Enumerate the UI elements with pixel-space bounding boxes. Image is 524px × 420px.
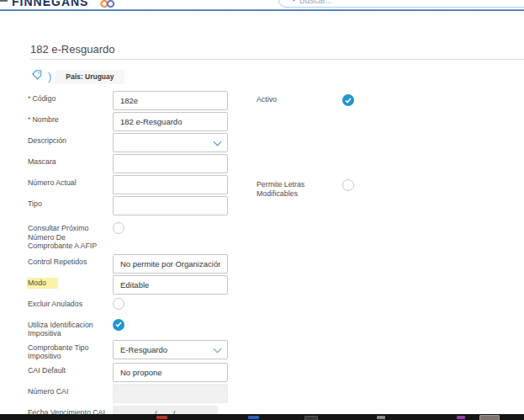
required-marker: * xyxy=(28,94,30,103)
check-icon xyxy=(345,98,352,104)
field-label: Tipo xyxy=(28,196,113,209)
required-marker: * xyxy=(28,115,30,124)
title-divider xyxy=(30,59,524,60)
descripcion-select[interactable] xyxy=(113,133,228,152)
field-label: Utiliza Identificacion Impositiva xyxy=(28,317,113,338)
field-label: *Nombre xyxy=(28,112,113,125)
highlighted-label: Modo xyxy=(27,278,58,290)
check-icon xyxy=(115,322,122,327)
form-row: Control Repetidos xyxy=(28,254,423,274)
taskbar-icon[interactable] xyxy=(377,416,385,419)
taskbar-icon[interactable] xyxy=(156,416,167,419)
field-label: CAI Default xyxy=(28,363,113,375)
global-search[interactable] xyxy=(278,0,524,8)
form-row: *Código xyxy=(28,91,423,110)
form-row: Consultar Próximo Número De Comprobante … xyxy=(28,221,423,251)
form-row: Número Actual xyxy=(28,175,423,194)
nombre-input[interactable] xyxy=(113,112,228,131)
taskbar xyxy=(0,414,524,420)
form-row: Tipo xyxy=(28,196,423,215)
field-label: Excluir Anulados xyxy=(28,296,113,309)
modo-input[interactable] xyxy=(113,275,228,295)
search-icon xyxy=(287,0,295,5)
numero-cai-input xyxy=(113,384,228,403)
form-row: Excluir Anulados xyxy=(28,296,423,316)
consultar-afip-toggle[interactable] xyxy=(113,222,124,234)
permite-letras-toggle[interactable] xyxy=(342,179,354,191)
mascara-input[interactable] xyxy=(113,154,228,173)
app-window: FINNEGANS 182 e-Resguardo xyxy=(0,0,524,420)
numero-actual-input[interactable] xyxy=(113,175,228,194)
taskbar-icon[interactable] xyxy=(248,416,259,419)
page-title: 182 e-Resguardo xyxy=(30,43,114,56)
brand-logo[interactable]: FINNEGANS xyxy=(12,0,88,8)
field-label: Consultar Próximo Número De Comprobante … xyxy=(28,221,113,251)
codigo-input[interactable] xyxy=(113,91,228,110)
cai-default-input[interactable] xyxy=(113,363,228,382)
field-label: Número CAI xyxy=(28,384,113,396)
menu-icon[interactable] xyxy=(0,0,8,2)
form-row: Número CAI xyxy=(28,384,423,403)
field-label: *Código xyxy=(28,91,113,104)
activo-checkbox[interactable] xyxy=(342,94,354,106)
taskbar-icon[interactable] xyxy=(304,416,318,420)
brand-logo-icon xyxy=(99,0,116,9)
header-accent-line xyxy=(0,9,524,11)
excluir-anulados-toggle[interactable] xyxy=(113,298,124,310)
field-label: Modo xyxy=(28,275,113,290)
top-navigation-bar: FINNEGANS xyxy=(0,0,524,9)
form-row: Descripción xyxy=(28,133,423,152)
form-row: Mascara xyxy=(28,154,423,173)
form-row: CAI Default xyxy=(28,363,423,382)
field-label: Número Actual xyxy=(28,175,113,188)
field-label: Permite Letras Modificables xyxy=(257,178,342,198)
field-label: Activo xyxy=(257,93,342,104)
tag-icon[interactable] xyxy=(31,69,43,84)
form-row: *Nombre xyxy=(28,112,423,131)
search-input[interactable] xyxy=(299,0,468,5)
comprobante-tipo-select[interactable]: E-Resguardo xyxy=(113,340,228,359)
tipo-input[interactable] xyxy=(113,196,228,215)
filter-chip-row: ) País: Uruguay xyxy=(31,69,124,84)
control-repetidos-input[interactable] xyxy=(113,254,228,274)
taskbar-icon[interactable] xyxy=(457,416,465,419)
chevron-separator-icon: ) xyxy=(48,70,51,82)
field-label: Descripción xyxy=(28,133,113,146)
form-row: Comprobante Tipo Impositivo E-Resguardo xyxy=(28,340,423,361)
form-row: Utiliza Identificacion Impositiva xyxy=(28,317,423,338)
taskbar-icon[interactable] xyxy=(479,415,500,420)
field-label: Mascara xyxy=(28,154,113,167)
field-label: Control Repetidos xyxy=(28,254,113,267)
country-filter-chip[interactable]: País: Uruguay xyxy=(56,70,124,84)
utiliza-identificacion-checkbox[interactable] xyxy=(113,319,124,331)
form-row: Modo xyxy=(28,275,423,295)
document-type-form: *Código *Nombre Descripción Mascara Núme… xyxy=(28,91,423,420)
form-row: Permite Letras Modificables xyxy=(257,178,354,198)
field-label: Comprobante Tipo Impositivo xyxy=(28,340,113,361)
form-row: Activo xyxy=(257,93,354,106)
